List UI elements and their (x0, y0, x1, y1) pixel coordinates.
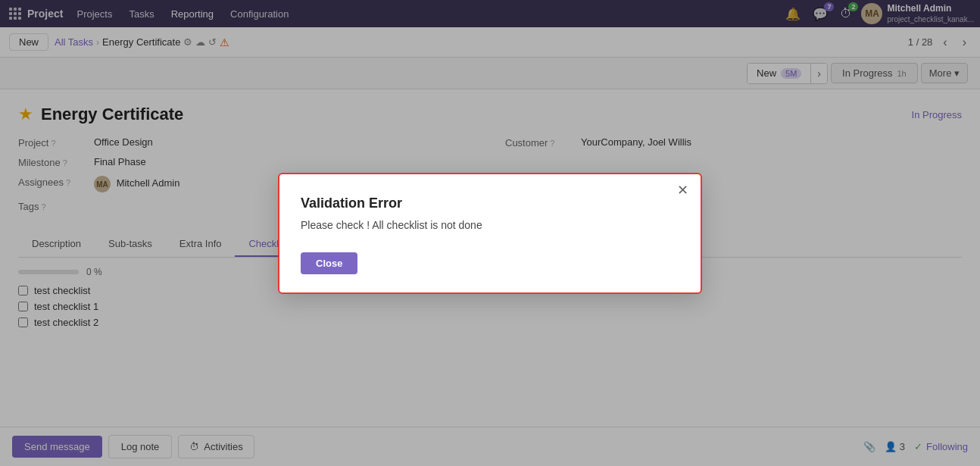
modal-title: Validation Error (301, 195, 679, 211)
close-modal-button[interactable]: Close (301, 252, 357, 274)
modal-overlay[interactable]: ✕ Validation Error Please check ! All ch… (0, 0, 980, 466)
validation-error-dialog: ✕ Validation Error Please check ! All ch… (278, 173, 702, 294)
modal-message: Please check ! All checklist is not done (301, 219, 679, 231)
modal-close-button[interactable]: ✕ (677, 183, 688, 197)
